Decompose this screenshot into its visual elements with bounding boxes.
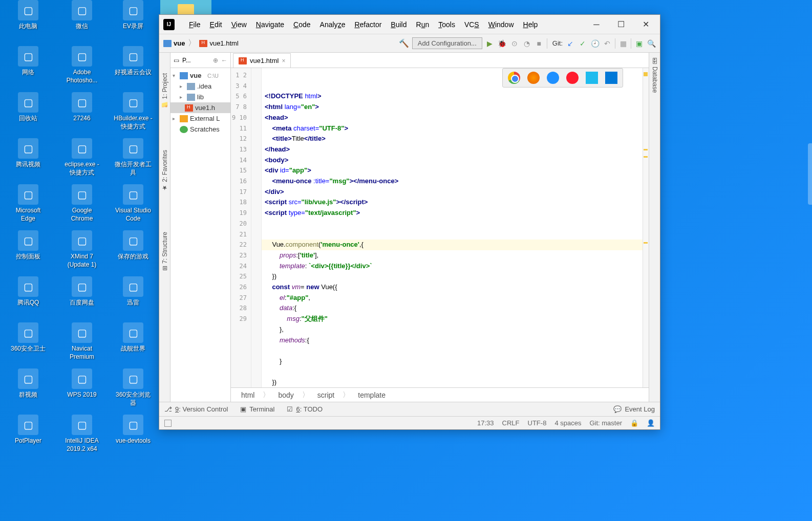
- menu-edit[interactable]: Edit: [206, 18, 226, 31]
- menu-vcs[interactable]: VCS: [460, 18, 483, 31]
- toolwindow-project[interactable]: 📁1: Project: [161, 73, 168, 109]
- breadcrumb-file[interactable]: vue1.html: [199, 39, 238, 47]
- desktop-icon[interactable]: ▢360安全卫士: [8, 322, 49, 353]
- desktop-icon[interactable]: ▢Google Chrome: [61, 184, 102, 223]
- bc-body[interactable]: body: [278, 391, 293, 399]
- toolwindow-database[interactable]: 🗄Database: [651, 58, 658, 93]
- lock-icon[interactable]: 🔒: [630, 419, 638, 427]
- toolwindow-favorites[interactable]: ★2: Favorites: [161, 150, 168, 191]
- toolwindow-structure[interactable]: ⊞7: Structure: [161, 232, 168, 271]
- desktop-icon[interactable]: ▢腾讯QQ: [8, 276, 49, 307]
- toolwindow-vcs[interactable]: ⎇ 9: Version Control: [164, 405, 228, 413]
- stop-icon[interactable]: ■: [535, 39, 544, 48]
- desktop-icon[interactable]: ▢控制面板: [8, 230, 49, 261]
- menu-view[interactable]: View: [227, 18, 251, 31]
- edge-icon[interactable]: [605, 72, 617, 84]
- bc-html[interactable]: html: [241, 391, 254, 399]
- fold-gutter[interactable]: [251, 68, 262, 387]
- menu-navigate[interactable]: Navigate: [252, 18, 288, 31]
- close-tab-icon[interactable]: ×: [282, 57, 285, 64]
- desktop-icon[interactable]: ▢HBuilder.exe - 快捷方式: [113, 92, 154, 131]
- desktop-icon[interactable]: ▢微信: [61, 0, 102, 31]
- desktop-icon[interactable]: ▢vue-devtools: [113, 415, 154, 445]
- desktop-icon[interactable]: ▢网络: [8, 46, 49, 77]
- desktop-icon[interactable]: ▢PotPlayer: [8, 415, 49, 445]
- menu-help[interactable]: Help: [519, 18, 542, 31]
- tree-idea[interactable]: ▸.idea: [170, 81, 230, 92]
- desktop-icon[interactable]: ▢好视通云会议: [113, 46, 154, 77]
- safari-icon[interactable]: [547, 72, 559, 84]
- bc-script[interactable]: script: [317, 391, 334, 399]
- desktop-icon[interactable]: ▢WPS 2019: [61, 368, 102, 399]
- menu-file[interactable]: FFileile: [185, 18, 205, 31]
- debug-icon[interactable]: 🐞: [498, 39, 507, 48]
- desktop-icon[interactable]: ▢此电脑: [8, 0, 49, 31]
- tree-scratches[interactable]: Scratches: [170, 124, 230, 135]
- opera-icon[interactable]: [566, 72, 579, 84]
- git-history-icon[interactable]: 🕘: [590, 39, 600, 48]
- status-encoding[interactable]: UTF-8: [528, 419, 547, 427]
- breadcrumb-root[interactable]: vue: [163, 39, 185, 47]
- git-revert-icon[interactable]: ↶: [603, 39, 612, 48]
- tree-root[interactable]: ▾vue C:\U: [170, 70, 230, 81]
- desktop-icon[interactable]: ▢迅雷: [113, 276, 154, 307]
- menu-run[interactable]: Run: [412, 18, 434, 31]
- status-git[interactable]: Git: master: [589, 419, 622, 427]
- run-anything-icon[interactable]: ▣: [634, 39, 644, 48]
- chrome-icon[interactable]: [508, 72, 520, 84]
- firefox-icon[interactable]: [527, 72, 540, 84]
- run-config-selector[interactable]: Add Configuration...: [412, 37, 482, 49]
- status-eol[interactable]: CRLF: [502, 419, 520, 427]
- desktop-icon[interactable]: ▢群视频: [8, 368, 49, 399]
- desktop-icon[interactable]: ▢百度网盘: [61, 276, 102, 307]
- ie-icon[interactable]: [586, 72, 598, 84]
- desktop-icon[interactable]: ▢保存的游戏: [113, 230, 154, 261]
- status-indent[interactable]: 4 spaces: [554, 419, 581, 427]
- code-content[interactable]: <!DOCTYPE html> <html lang="en"> <head> …: [262, 68, 643, 387]
- build-icon[interactable]: 🔨: [399, 38, 409, 48]
- minimize-button[interactable]: ─: [591, 19, 602, 30]
- desktop-icon[interactable]: ▢EV录屏: [113, 0, 154, 31]
- desktop-icon[interactable]: ▢Microsoft Edge: [8, 184, 49, 223]
- desktop-icon[interactable]: ▢360安全浏览器: [113, 368, 154, 407]
- menu-build[interactable]: Build: [387, 18, 411, 31]
- menu-analyze[interactable]: Analyze: [316, 18, 350, 31]
- desktop-icon[interactable]: ▢腾讯视频: [8, 138, 49, 169]
- desktop-icon[interactable]: ▢微信开发者工具: [113, 138, 154, 177]
- event-log[interactable]: 💬 Event Log: [613, 405, 655, 413]
- editor-tab-vue1[interactable]: vue1.html ×: [233, 53, 291, 68]
- desktop-icon[interactable]: ▢Navicat Premium: [61, 322, 102, 361]
- desktop-icon[interactable]: ▢战舰世界: [113, 322, 154, 353]
- git-update-icon[interactable]: ↙: [566, 39, 575, 48]
- tree-file-vue1[interactable]: vue1.h: [170, 102, 230, 113]
- run-icon[interactable]: ▶: [485, 39, 495, 48]
- error-stripe[interactable]: [643, 68, 649, 387]
- toolwindow-todo[interactable]: ☑ 6: TODO: [287, 405, 323, 413]
- inspector-icon[interactable]: 👤: [647, 419, 655, 427]
- ide-structure-icon[interactable]: ▦: [618, 39, 628, 48]
- menu-refactor[interactable]: Refactor: [350, 18, 386, 31]
- toolwindow-terminal[interactable]: ▣ Terminal: [240, 405, 274, 413]
- menu-window[interactable]: Window: [484, 18, 518, 31]
- desktop-icon[interactable]: ▢回收站: [8, 92, 49, 123]
- search-everywhere-icon[interactable]: 🔍: [647, 39, 656, 48]
- collapse-icon[interactable]: ←: [221, 57, 227, 64]
- locate-icon[interactable]: ⊕: [213, 57, 218, 64]
- tree-external[interactable]: ▸External L: [170, 113, 230, 124]
- profile-icon[interactable]: ◔: [522, 39, 531, 48]
- close-button[interactable]: ✕: [640, 19, 651, 30]
- menu-code[interactable]: Code: [289, 18, 314, 31]
- bc-template[interactable]: template: [358, 391, 386, 399]
- maximize-button[interactable]: ☐: [616, 19, 626, 30]
- desktop-icon[interactable]: ▢Visual Studio Code: [113, 184, 154, 223]
- desktop-icon[interactable]: ▢eclipse.exe - 快捷方式: [61, 138, 102, 177]
- menu-tools[interactable]: Tools: [434, 18, 459, 31]
- desktop-icon[interactable]: ▢Adobe Photosho...: [61, 46, 102, 84]
- desktop-icon[interactable]: ▢IntelliJ IDEA 2019.2 x64: [61, 415, 102, 453]
- desktop-icon[interactable]: ▢27246: [61, 92, 102, 123]
- coverage-icon[interactable]: ⊙: [510, 39, 519, 48]
- git-commit-icon[interactable]: ✓: [578, 39, 587, 48]
- desktop-icon[interactable]: ▢XMind 7 (Update 1): [61, 230, 102, 269]
- tree-lib[interactable]: ▸lib: [170, 92, 230, 102]
- toolwindows-toggle-icon[interactable]: [164, 420, 172, 427]
